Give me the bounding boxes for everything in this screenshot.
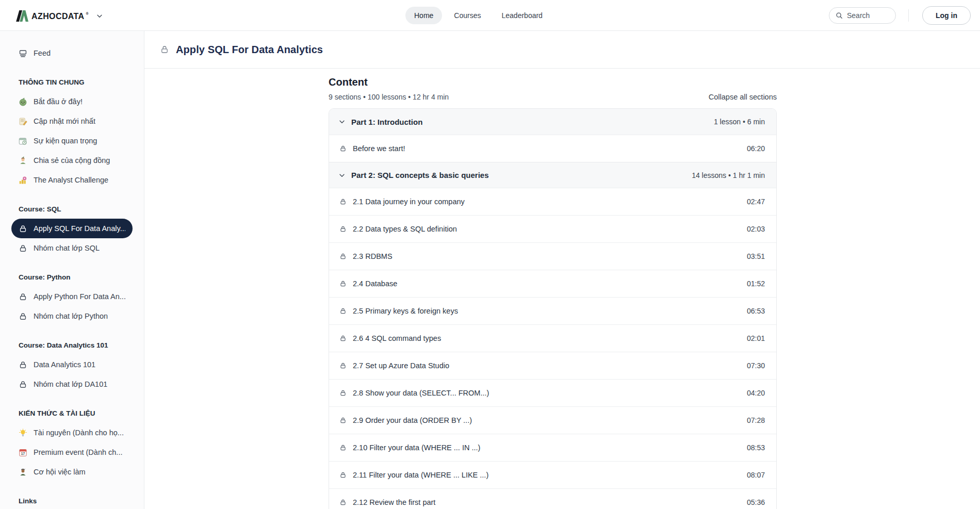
sidebar-item-cap-nhat-moi-nhat[interactable]: Cập nhật mới nhất bbox=[11, 111, 133, 131]
lock-icon bbox=[160, 45, 169, 54]
logo[interactable]: AZHOCDATA® bbox=[15, 10, 89, 22]
sidebar-item-label: Sự kiện quan trọng bbox=[34, 137, 97, 145]
nav-item-home[interactable]: Home bbox=[405, 7, 442, 24]
sidebar-item-label: Tài nguyên (Dành cho họ... bbox=[34, 429, 124, 437]
sidebar-item-data-analytics-101[interactable]: Data Analytics 101 bbox=[11, 355, 133, 374]
lesson-row[interactable]: 2.3 RDBMS 03:51 bbox=[329, 242, 776, 270]
sidebar-item-label: Data Analytics 101 bbox=[34, 360, 95, 369]
person-icon bbox=[19, 156, 27, 165]
registered-mark: ® bbox=[86, 12, 89, 15]
chevron-down-icon bbox=[338, 172, 346, 179]
lesson-row[interactable]: 2.11 Filter your data (WHERE ... LIKE ..… bbox=[329, 461, 776, 488]
course-section-header[interactable]: Part 2: SQL concepts & basic queries 14 … bbox=[329, 162, 776, 188]
lock-icon bbox=[339, 198, 347, 205]
sidebar-section: Course: Data Analytics 101 Data Analytic… bbox=[11, 335, 133, 394]
content-meta: 9 sections • 100 lessons • 12 hr 4 min bbox=[329, 93, 449, 101]
lesson-row[interactable]: 2.8 Show your data (SELECT... FROM...) 0… bbox=[329, 379, 776, 406]
sidebar-item-the-analyst-challenge[interactable]: The Analyst Challenge bbox=[11, 170, 133, 190]
nav-item-leaderboard[interactable]: Leaderboard bbox=[493, 7, 551, 24]
content-heading: Content bbox=[329, 76, 777, 88]
nav-item-courses[interactable]: Courses bbox=[445, 7, 489, 24]
login-button[interactable]: Log in bbox=[922, 6, 971, 25]
lesson-duration: 04:20 bbox=[747, 389, 765, 397]
lesson-duration: 05:36 bbox=[747, 498, 765, 506]
lesson-row[interactable]: 2.12 Review the first part 05:36 bbox=[329, 488, 776, 509]
lesson-row[interactable]: 2.4 Database 01:52 bbox=[329, 270, 776, 297]
course-section-title: Part 2: SQL concepts & basic queries bbox=[351, 171, 488, 179]
lock-icon bbox=[339, 389, 347, 397]
chevron-down-icon bbox=[338, 118, 346, 125]
lesson-title: 2.7 Set up Azure Data Studio bbox=[353, 362, 449, 370]
lesson-row[interactable]: 2.5 Primary keys & foreign keys 06:53 bbox=[329, 297, 776, 324]
sidebar-section-title: Course: Python bbox=[19, 267, 125, 287]
sidebar-item-apply-sql-for-data-analy[interactable]: Apply SQL For Data Analy... bbox=[11, 219, 133, 238]
lock-icon bbox=[19, 244, 27, 253]
sidebar-item-apply-python-for-data-an[interactable]: Apply Python For Data An... bbox=[11, 287, 133, 306]
lock-icon bbox=[19, 380, 27, 389]
lesson-row[interactable]: 2.10 Filter your data (WHERE ... IN ...)… bbox=[329, 434, 776, 461]
sidebar-item-co-hoi-viec-lam[interactable]: Cơ hội việc làm bbox=[11, 462, 133, 482]
feed-icon bbox=[19, 49, 27, 58]
lesson-row[interactable]: 2.7 Set up Azure Data Studio 07:30 bbox=[329, 352, 776, 379]
bulb-icon bbox=[19, 429, 27, 437]
lesson-row[interactable]: 2.1 Data journey in your company 02:47 bbox=[329, 188, 776, 215]
lesson-title: 2.6 4 SQL command types bbox=[353, 334, 441, 342]
sidebar-section-title: THÔNG TIN CHUNG bbox=[19, 72, 125, 92]
primary-nav: HomeCoursesLeaderboard bbox=[405, 0, 551, 31]
sidebar-section-title: Links bbox=[19, 491, 125, 509]
sidebar-item-feed[interactable]: Feed bbox=[11, 43, 133, 63]
lesson-duration: 02:47 bbox=[747, 198, 765, 206]
lock-icon bbox=[339, 280, 347, 287]
sidebar-item-nhom-chat-lop-da101[interactable]: Nhóm chat lớp DA101 bbox=[11, 374, 133, 394]
sidebar-item-label: The Analyst Challenge bbox=[34, 176, 108, 184]
lesson-duration: 02:01 bbox=[747, 334, 765, 342]
lesson-duration: 07:28 bbox=[747, 416, 765, 424]
lock-icon bbox=[339, 307, 347, 315]
lock-icon bbox=[339, 417, 347, 424]
lock-icon bbox=[339, 499, 347, 506]
lock-icon bbox=[339, 471, 347, 479]
sidebar-item-label: Bắt đầu ở đây! bbox=[34, 97, 83, 106]
logo-text: AZHOCDATA bbox=[31, 12, 85, 21]
sidebar-section-title: Course: Data Analytics 101 bbox=[19, 335, 125, 355]
page-title: Apply SQL For Data Analytics bbox=[176, 44, 323, 56]
search-icon bbox=[836, 12, 843, 19]
lesson-row[interactable]: 2.2 Data types & SQL definition 02:03 bbox=[329, 215, 776, 242]
sidebar-item-su-kien-quan-trong[interactable]: Sự kiện quan trọng bbox=[11, 131, 133, 151]
lock-icon bbox=[339, 253, 347, 260]
collapse-all-link[interactable]: Collapse all sections bbox=[709, 93, 777, 101]
sidebar-section: Course: Python Apply Python For Data An.… bbox=[11, 267, 133, 326]
course-content: Content 9 sections • 100 lessons • 12 hr… bbox=[329, 69, 777, 509]
main-panel: Apply SQL For Data Analytics Content 9 s… bbox=[144, 31, 980, 509]
search-input[interactable]: Search bbox=[829, 7, 896, 24]
chevron-down-icon[interactable] bbox=[96, 12, 103, 20]
lesson-title: 2.1 Data journey in your company bbox=[353, 198, 465, 206]
sidebar-item-premium-event-danh-ch[interactable]: 17 Premium event (Dành ch... bbox=[11, 442, 133, 462]
course-section-header[interactable]: Part 1: Introduction 1 lesson • 6 min bbox=[329, 109, 776, 135]
lesson-duration: 07:30 bbox=[747, 362, 765, 370]
calendar-clock-icon bbox=[19, 137, 27, 145]
sidebar-item-nhom-chat-lop-python[interactable]: Nhóm chat lớp Python bbox=[11, 306, 133, 326]
lock-icon bbox=[339, 362, 347, 369]
sidebar-item-tai-nguyen-danh-cho-ho[interactable]: Tài nguyên (Dành cho họ... bbox=[11, 423, 133, 442]
lock-icon bbox=[19, 360, 27, 369]
sidebar-item-chia-se-cua-cong-ong[interactable]: Chia sẻ của cộng đồng bbox=[11, 151, 133, 170]
memo-icon bbox=[19, 117, 27, 126]
search-placeholder: Search bbox=[847, 11, 870, 20]
lesson-row[interactable]: 2.6 4 SQL command types 02:01 bbox=[329, 324, 776, 352]
lock-icon bbox=[339, 335, 347, 342]
lesson-title: 2.10 Filter your data (WHERE ... IN ...) bbox=[353, 444, 480, 452]
lesson-title: 2.12 Review the first part bbox=[353, 498, 435, 506]
sidebar-section-title: KIẾN THỨC & TÀI LIỆU bbox=[19, 403, 125, 423]
sidebar-item-label: Apply SQL For Data Analy... bbox=[34, 224, 125, 233]
lesson-duration: 06:53 bbox=[747, 307, 765, 315]
sidebar-item-nhom-chat-lop-sql[interactable]: Nhóm chat lớp SQL bbox=[11, 238, 133, 258]
lesson-row[interactable]: Before we start! 06:20 bbox=[329, 135, 776, 162]
sidebar-item-bat-au-o-ay[interactable]: Bắt đầu ở đây! bbox=[11, 92, 133, 111]
lesson-title: Before we start! bbox=[353, 144, 405, 153]
sidebar-item-label: Cơ hội việc làm bbox=[34, 468, 86, 476]
lesson-row[interactable]: 2.9 Order your data (ORDER BY ...) 07:28 bbox=[329, 406, 776, 434]
sidebar-section: THÔNG TIN CHUNG Bắt đầu ở đây! Cập nhật … bbox=[11, 72, 133, 190]
sidebar-section: Links bbox=[11, 491, 133, 509]
course-section: Part 2: SQL concepts & basic queries 14 … bbox=[329, 162, 776, 509]
